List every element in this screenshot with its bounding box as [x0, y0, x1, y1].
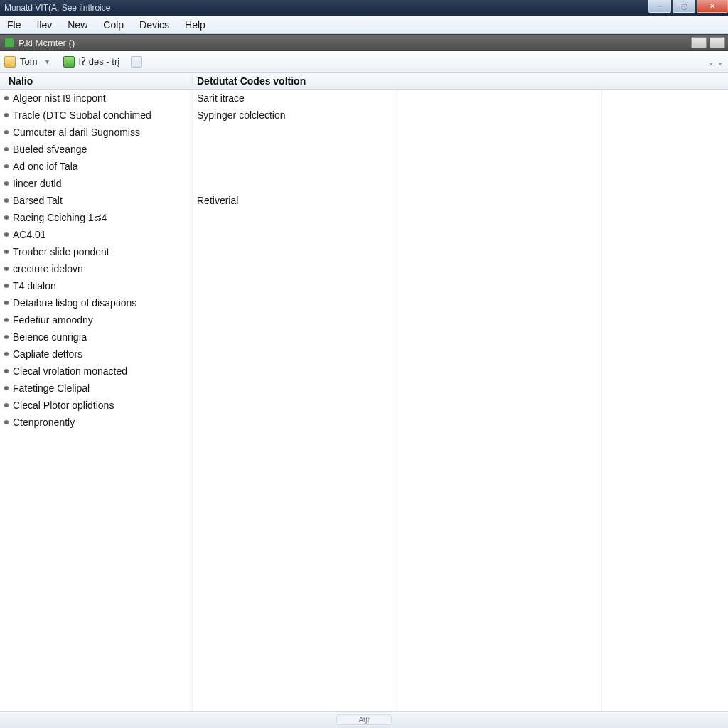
toolbar-tom-label[interactable]: Tom	[20, 56, 38, 67]
table-row[interactable]: Ctenpronently	[0, 414, 728, 431]
col-divider-1	[192, 90, 193, 711]
maximize-button[interactable]: ▢	[673, 0, 695, 13]
table-row[interactable]: Fatetinge Clelipal	[0, 380, 728, 397]
table-row[interactable]: T4 diialon	[0, 277, 728, 294]
menu-help[interactable]: Help	[182, 18, 208, 32]
refresh-icon[interactable]	[63, 56, 75, 68]
menu-new[interactable]: New	[65, 18, 90, 32]
cell-name-text: Tracle (DTC Suobal conchimed	[13, 109, 151, 121]
cell-name-text: Algeor nist I9 incpont	[13, 92, 106, 104]
cell-name: Ad onc iof Tala	[0, 161, 192, 172]
table-row[interactable]: Iincer dutld	[0, 175, 728, 192]
table-row[interactable]: AC4.01	[0, 226, 728, 243]
content-area: Nalio Detdutat Codes voltion Algeor nist…	[0, 73, 728, 711]
col-header-code[interactable]: Detdutat Codes voltion	[192, 75, 728, 87]
subtool-btn-2[interactable]	[710, 37, 725, 48]
menu-devics[interactable]: Devics	[136, 18, 172, 32]
menu-colp[interactable]: Colp	[100, 18, 127, 32]
row-bullet-icon	[4, 198, 9, 203]
row-bullet-icon	[4, 284, 9, 288]
cell-code: Retiverial	[192, 195, 728, 206]
new-doc-icon[interactable]	[131, 56, 142, 68]
col-divider-2	[397, 90, 397, 711]
cell-name: Algeor nist I9 incpont	[0, 92, 192, 104]
row-bullet-icon	[4, 113, 9, 117]
table-row[interactable]: Trouber slide pondent	[0, 243, 728, 260]
cell-name: Barsed Talt	[0, 195, 192, 206]
cell-name: Belence cunrigıa	[0, 331, 192, 343]
row-bullet-icon	[4, 267, 9, 271]
cell-name: Clecal vrolation monacted	[0, 365, 192, 377]
toolbar-collapse[interactable]: ⌄ ⌄	[707, 57, 724, 67]
module-label: P.kl Mcmter ()	[18, 38, 75, 48]
toolbar-des-label[interactable]: Iʔ des - trį	[79, 56, 120, 67]
cell-name: T4 diialon	[0, 280, 192, 291]
chevron-down-icon[interactable]: ▼	[42, 56, 53, 68]
row-bullet-icon	[4, 96, 9, 100]
row-bullet-icon	[4, 250, 9, 254]
table-header: Nalio Detdutat Codes voltion	[0, 73, 728, 90]
row-bullet-icon	[4, 147, 9, 151]
statusbar: Atʃt	[0, 711, 728, 728]
table-row[interactable]: Clecal vrolation monacted	[0, 363, 728, 380]
titlebar[interactable]: Munatd VIT(A, See ilntlroice ─ ▢ ✕	[0, 0, 728, 16]
toolbar: Tom ▼ Iʔ des - trį ⌄ ⌄	[0, 51, 728, 73]
table-row[interactable]: crecture idelovn	[0, 260, 728, 277]
col-divider-3	[601, 90, 602, 711]
table-row[interactable]: Belence cunrigıa	[0, 328, 728, 346]
cell-name-text: Fatetinge Clelipal	[13, 382, 90, 394]
cell-name: Bueled sfveange	[0, 144, 192, 155]
cell-name: AC4.01	[0, 229, 192, 240]
row-bullet-icon	[4, 301, 9, 305]
row-bullet-icon	[4, 386, 9, 390]
module-icon	[4, 38, 14, 48]
cell-name-text: AC4.01	[13, 229, 46, 240]
table-row[interactable]: Fedetiur amoodny	[0, 311, 728, 328]
table-row[interactable]: Capliate detfors	[0, 346, 728, 363]
row-bullet-icon	[4, 130, 9, 134]
cell-name: Ctenpronently	[0, 417, 192, 428]
cell-name: Capliate detfors	[0, 348, 192, 360]
cell-name-text: Iincer dutld	[13, 178, 61, 189]
cell-name: Raeing Cciching 1๘4	[0, 210, 192, 225]
table-row[interactable]: Detaibue lislog of disaptions	[0, 294, 728, 311]
window-controls: ─ ▢ ✕	[647, 0, 728, 16]
row-bullet-icon	[4, 369, 9, 373]
table-row[interactable]: Clecal Plotor oplidtions	[0, 397, 728, 414]
menu-file[interactable]: Fle	[4, 18, 23, 32]
menu-ilev[interactable]: Ilev	[33, 18, 55, 32]
cell-name: Fedetiur amoodny	[0, 314, 192, 326]
row-bullet-icon	[4, 403, 9, 407]
cell-code: Sarit itrace	[192, 92, 728, 104]
subtool-btn-1[interactable]	[691, 37, 707, 48]
row-bullet-icon	[4, 164, 9, 168]
row-bullet-icon	[4, 335, 9, 339]
cell-name-text: Fedetiur amoodny	[13, 314, 93, 326]
cell-name-text: Raeing Cciching 1๘4	[13, 210, 107, 225]
table-row[interactable]: Algeor nist I9 incpontSarit itrace	[0, 90, 728, 107]
cell-name-text: T4 diialon	[13, 280, 56, 291]
sub-toolbar: P.kl Mcmter ()	[0, 34, 728, 51]
table-row[interactable]: Bueled sfveange	[0, 141, 728, 158]
table-row[interactable]: Raeing Cciching 1๘4	[0, 209, 728, 226]
close-button[interactable]: ✕	[697, 0, 728, 13]
table-row[interactable]: Ad onc iof Tala	[0, 158, 728, 175]
minimize-button[interactable]: ─	[648, 0, 671, 13]
folder-icon[interactable]	[4, 56, 16, 68]
table-row[interactable]: Cumcuter al daril Sugnomiss	[0, 124, 728, 141]
menubar: Fle Ilev New Colp Devics Help	[0, 16, 728, 34]
row-bullet-icon	[4, 318, 9, 322]
table-body: Algeor nist I9 incpontSarit itraceTracle…	[0, 90, 728, 711]
cell-name: Clecal Plotor oplidtions	[0, 400, 192, 411]
table-row[interactable]: Tracle (DTC Suobal conchimedSypinger col…	[0, 107, 728, 124]
status-pill[interactable]: Atʃt	[336, 714, 391, 725]
cell-name-text: Belence cunrigıa	[13, 331, 87, 343]
cell-name: Tracle (DTC Suobal conchimed	[0, 109, 192, 121]
row-bullet-icon	[4, 352, 9, 356]
cell-name-text: crecture idelovn	[13, 263, 83, 274]
cell-name-text: Cumcuter al daril Sugnomiss	[13, 127, 140, 138]
cell-name: Iincer dutld	[0, 178, 192, 189]
row-bullet-icon	[4, 215, 9, 220]
table-row[interactable]: Barsed TaltRetiverial	[0, 192, 728, 209]
col-header-name[interactable]: Nalio	[0, 75, 192, 87]
